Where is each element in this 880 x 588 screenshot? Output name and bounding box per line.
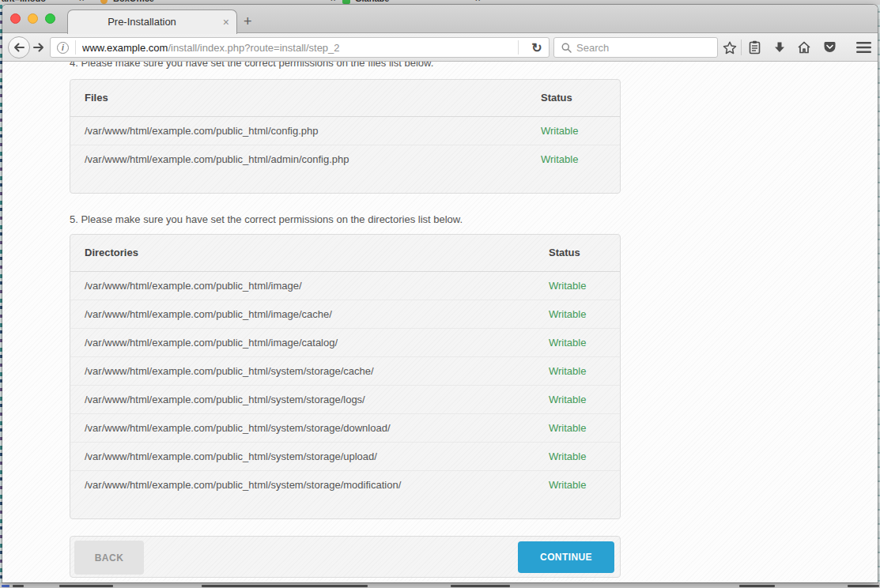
table-row: /var/www/html/example.com/public_html/sy…: [70, 385, 620, 413]
status-value: Writable: [549, 356, 620, 385]
status-value: Writable: [549, 328, 620, 356]
star-icon: [723, 41, 737, 55]
files-table: Files Status /var/www/html/example.com/p…: [70, 80, 620, 173]
wizard-buttons-panel: BACK CONTINUE: [70, 536, 621, 578]
url-domain: www.example.com: [82, 42, 168, 54]
directories-permissions-panel: Directories Status /var/www/html/example…: [70, 234, 621, 519]
step-5-instruction: 5. Please make sure you have set the cor…: [70, 213, 621, 226]
background-artifact: [739, 585, 775, 587]
table-row: /var/www/html/example.com/public_html/ad…: [70, 145, 620, 173]
back-arrow-icon: [13, 42, 25, 53]
forward-arrow-icon: [32, 42, 45, 53]
background-window-bottom-strip: [0, 582, 880, 588]
url-path: /install/index.php?route=install/step_2: [168, 42, 339, 54]
background-tab-close-icon: ×: [330, 0, 335, 3]
status-value: Writable: [549, 413, 620, 442]
background-artifact: [13, 585, 24, 587]
navigation-toolbar: i www.example.com/install/index.php?rout…: [2, 33, 878, 62]
files-permissions-panel: Files Status /var/www/html/example.com/p…: [70, 79, 621, 194]
status-value: Writable: [541, 145, 620, 173]
back-button[interactable]: [8, 36, 30, 58]
background-tab-favicon: [100, 0, 108, 4]
status-column-header: Status: [541, 80, 620, 116]
directory-path: /var/www/html/example.com/public_html/im…: [70, 328, 549, 356]
installer-page: 4. Please make sure you have set the cor…: [70, 62, 621, 578]
background-artifact: [202, 585, 368, 587]
background-tab-label: Glanabe: [355, 0, 389, 3]
tab-bar: Pre-Installation × +: [2, 5, 878, 33]
home-icon: [797, 41, 811, 54]
pocket-button[interactable]: [821, 40, 837, 55]
status-value: Writable: [541, 116, 620, 145]
site-info-icon[interactable]: i: [57, 42, 69, 54]
directory-path: /var/www/html/example.com/public_html/im…: [70, 271, 549, 300]
home-button[interactable]: [796, 40, 812, 55]
table-row: /var/www/html/example.com/public_html/im…: [70, 328, 620, 356]
divider: [741, 40, 742, 55]
step-4-instruction: 4. Please make sure you have set the cor…: [70, 62, 621, 70]
bookmarks-menu-button[interactable]: [746, 40, 762, 55]
table-row: /var/www/html/example.com/public_html/sy…: [70, 356, 620, 385]
downloads-button[interactable]: [772, 40, 787, 55]
table-row: /var/www/html/example.com/public_html/im…: [70, 300, 620, 328]
table-row: /var/www/html/example.com/public_html/im…: [70, 271, 620, 300]
reload-icon[interactable]: ↻: [525, 40, 549, 55]
directory-path: /var/www/html/example.com/public_html/sy…: [70, 356, 549, 385]
window-close-button[interactable]: [10, 13, 21, 24]
tab-title: Pre-Installation: [68, 10, 216, 34]
table-header-row: Files Status: [70, 80, 620, 116]
files-column-header: Files: [70, 80, 541, 116]
table-header-row: Directories Status: [70, 235, 620, 271]
directory-path: /var/www/html/example.com/public_html/sy…: [70, 385, 549, 413]
browser-window: Pre-Installation × + i www.example.com/i…: [2, 5, 878, 582]
pocket-icon: [823, 41, 837, 54]
download-arrow-icon: [773, 41, 786, 54]
new-tab-button[interactable]: +: [244, 11, 252, 32]
back-step-button[interactable]: BACK: [74, 541, 144, 575]
divider: [518, 40, 519, 55]
forward-button[interactable]: [32, 41, 47, 54]
directory-path: /var/www/html/example.com/public_html/sy…: [70, 413, 549, 442]
background-artifact: [59, 585, 113, 587]
menu-button[interactable]: [854, 40, 873, 55]
status-value: Writable: [549, 470, 620, 499]
status-value: Writable: [549, 442, 620, 470]
desktop-screenshot: ant=linodo × BoxOffice × Glanabe × Pre-I…: [0, 0, 880, 588]
file-path: /var/www/html/example.com/public_html/ad…: [70, 145, 541, 173]
window-zoom-button[interactable]: [45, 13, 55, 24]
clipboard-icon: [749, 40, 761, 55]
background-tab-label: BoxOffice: [113, 0, 154, 3]
background-artifact: [451, 585, 510, 587]
directory-path: /var/www/html/example.com/public_html/sy…: [70, 470, 549, 499]
tab-pre-installation[interactable]: Pre-Installation ×: [67, 9, 237, 34]
table-row: /var/www/html/example.com/public_html/sy…: [70, 470, 620, 499]
window-minimize-button[interactable]: [28, 13, 38, 24]
url-text[interactable]: www.example.com/install/index.php?route=…: [82, 42, 512, 54]
status-value: Writable: [549, 271, 620, 300]
search-bar[interactable]: [553, 37, 718, 58]
divider: [75, 40, 76, 55]
background-artifact: [2, 585, 9, 587]
directory-path: /var/www/html/example.com/public_html/im…: [70, 300, 549, 328]
table-row: /var/www/html/example.com/public_html/sy…: [70, 413, 620, 442]
directories-column-header: Directories: [70, 235, 549, 271]
directories-table: Directories Status /var/www/html/example…: [70, 235, 620, 499]
background-tab-close-icon: ×: [79, 0, 84, 3]
background-tab-favicon: [342, 0, 350, 4]
search-icon: [561, 43, 572, 53]
url-bar[interactable]: i www.example.com/install/index.php?rout…: [50, 37, 550, 58]
page-viewport: 4. Please make sure you have set the cor…: [2, 62, 878, 582]
search-input[interactable]: [576, 42, 695, 54]
continue-button[interactable]: CONTINUE: [518, 541, 614, 573]
status-value: Writable: [549, 300, 620, 328]
table-row: /var/www/html/example.com/public_html/co…: [70, 116, 620, 145]
tab-close-icon[interactable]: ×: [223, 16, 229, 28]
background-tab-close-icon: ×: [475, 0, 480, 3]
directory-path: /var/www/html/example.com/public_html/sy…: [70, 442, 549, 470]
table-row: /var/www/html/example.com/public_html/sy…: [70, 442, 620, 470]
hamburger-icon: [856, 42, 871, 53]
background-tab-label: ant=linodo: [2, 0, 46, 3]
bookmark-star-button[interactable]: [722, 40, 738, 55]
status-column-header: Status: [549, 235, 620, 271]
file-path: /var/www/html/example.com/public_html/co…: [70, 116, 541, 145]
